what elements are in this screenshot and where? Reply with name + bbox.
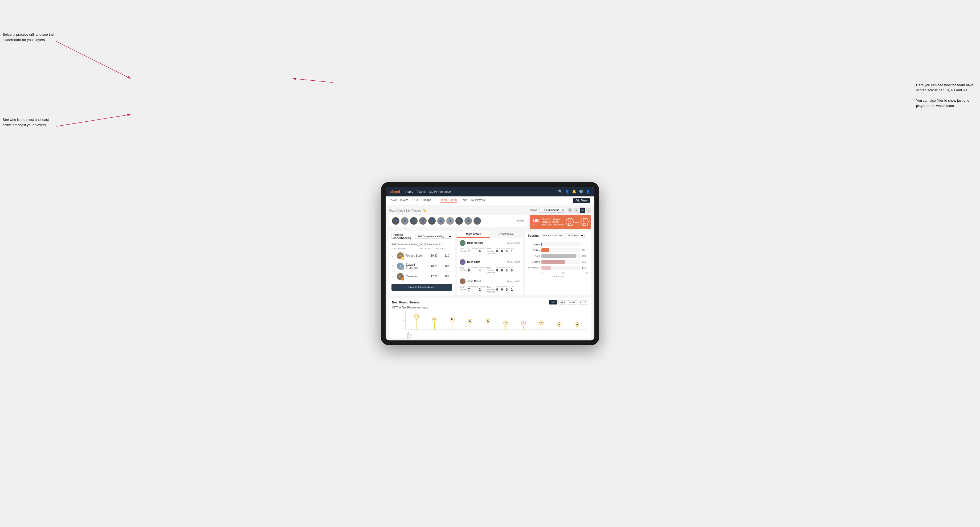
bar-row-dbogeys: D. Bogeys + 131: [528, 266, 589, 270]
sort-icon[interactable]: ↕: [586, 208, 591, 213]
settings-icon[interactable]: ⚙️: [579, 189, 583, 194]
navbar: clippd Home Teams My Performance 🔍 👤 🔔 ⚙…: [386, 187, 594, 197]
ap-stats-1: Total Rounds Tournament 7 Practice 6: [460, 248, 520, 255]
tab-most-active[interactable]: Most Active: [457, 231, 490, 238]
nav-link-teams[interactable]: Teams: [417, 190, 426, 193]
bar-container-pars: [541, 254, 580, 258]
bell-icon[interactable]: 🔔: [572, 189, 576, 194]
avatar-2[interactable]: 👤: [401, 217, 409, 225]
lb-rank-2: 2: [391, 265, 395, 268]
grid-view-icon[interactable]: ⊞: [568, 208, 573, 213]
scoring-filter-players[interactable]: All Players: [565, 233, 584, 238]
silver-badge: 2: [401, 267, 404, 270]
shot-panel: 198 SC Shot Dist: 16 yds Start Lie: Roug…: [530, 215, 591, 229]
subnav-hcaps[interactable]: Hcaps 1-5: [423, 198, 436, 203]
lb-score-3: 17/20: [429, 275, 439, 278]
subnav-pga[interactable]: PGA: [412, 198, 418, 203]
subnav-tour[interactable]: Tour: [461, 198, 466, 203]
avatar-10[interactable]: 👤: [474, 217, 481, 225]
lb-avg-3: 103: [442, 275, 452, 278]
ap-header-2: Rees Britt 02 Sep 2023: [460, 259, 520, 265]
nav-link-my-performance[interactable]: My Performance: [429, 190, 451, 193]
streak-col-9: 3x: [557, 322, 562, 330]
avatar-4[interactable]: 👤: [419, 217, 426, 225]
avatar-9[interactable]: 👤: [465, 217, 472, 225]
annotation-bottom-left: See who is the most and least active amo…: [3, 117, 56, 127]
ap-tournament-group-2: Tournament 8: [468, 267, 478, 274]
ap-avatar-3: [460, 278, 466, 284]
bar-value-eagles: 3: [582, 243, 589, 246]
streak-btn-app[interactable]: APP: [558, 300, 567, 305]
ap-tournament-group-3: Tournament 7: [468, 286, 478, 293]
ap-header-1: Blair McHarg 26 Aug 2023: [460, 240, 520, 246]
ap-name-3: Josh Coles: [467, 280, 481, 283]
ap-tournament-group-1: Tournament 7: [468, 248, 478, 255]
tab-least-active[interactable]: Least Active: [490, 231, 523, 238]
col-pb-avg: PB AVG SQ: [436, 248, 452, 250]
leaderboard-dropdown[interactable]: PUTT Must Make Putting...: [415, 234, 452, 239]
bar-label-eagles: Eagles: [528, 243, 540, 246]
lb-score-2: 18/20: [429, 265, 439, 268]
user-icon[interactable]: 👤: [586, 189, 590, 194]
gold-badge: 1: [401, 257, 404, 260]
players-label: Players: [515, 220, 524, 222]
ap-activities-3: OTT 0 APP 0 ARG 0: [496, 286, 515, 293]
search-icon[interactable]: 🔍: [558, 189, 562, 194]
streaks-title: Best Round Streaks: [392, 301, 420, 304]
main-content: Team Clippd | 14 Players ✏️ Show: Last 3…: [386, 205, 594, 340]
ap-practice-group-3: Practice 2: [479, 286, 486, 293]
streak-badge-6: 4x: [503, 321, 508, 325]
streaks-header: Best Round Streaks OTT APP ARG PUTT: [392, 300, 588, 305]
lb-rank-3: 3: [391, 275, 395, 278]
ap-app-group-3: APP 0: [501, 286, 504, 293]
nav-icons: 🔍 👤 🔔 ⚙️ 👤: [558, 189, 590, 194]
activity-tabs: Most Active Least Active: [457, 231, 523, 238]
ap-avatar-2: [460, 259, 466, 265]
add-team-button[interactable]: Add Team: [573, 198, 590, 203]
scoring-header: Scoring Par 3, 4 & 5s All Players: [525, 231, 591, 240]
lb-score-1: 19/20: [429, 254, 439, 257]
x-label-400: 400: [585, 272, 589, 274]
bar-row-pars: Pars 499: [528, 254, 589, 258]
subnav-pgat-players[interactable]: PGAT Players: [390, 198, 408, 203]
lb-row-3: 3 C 3 Cameron... 17/20 103: [389, 271, 455, 282]
subnav-all-players[interactable]: All Players: [471, 198, 485, 203]
streak-badge-5: 5x: [485, 319, 490, 324]
streak-badge-9: 3x: [557, 322, 562, 327]
nav-link-home[interactable]: Home: [405, 190, 413, 193]
streak-badge-1: 7x: [414, 314, 419, 319]
x-axis: 0 200 400: [528, 272, 589, 274]
avatar-7[interactable]: 👤: [446, 217, 454, 225]
avatar-6[interactable]: 👤: [437, 217, 445, 225]
streak-line-5: [488, 324, 488, 330]
view-full-leaderboard-button[interactable]: View Full Leaderboard: [391, 284, 452, 290]
people-icon[interactable]: 👤: [565, 189, 570, 194]
ap-putt-group-1: PUTT 1: [511, 248, 516, 255]
bar-row-bogeys: Bogeys 311: [528, 260, 589, 264]
leaderboard-title: Practice Leaderboards: [391, 233, 415, 240]
card-view-icon[interactable]: ▤: [580, 208, 585, 213]
streak-btn-arg[interactable]: ARG: [568, 300, 577, 305]
streak-bars-area: 7x 6x 6x 5x: [405, 311, 588, 330]
annotation-top-left: Select a practice drill and see the lead…: [3, 32, 56, 42]
bar-fill-dbogeys: [541, 266, 551, 270]
subnav-team-clippd[interactable]: Team Clippd: [441, 198, 457, 203]
shot-details: Shot Dist: 16 yds Start Lie: Rough End L…: [542, 218, 563, 226]
shot-end-lie: End Lie: In The Hole: [542, 223, 563, 226]
avatar-8[interactable]: 👤: [455, 217, 463, 225]
edit-icon[interactable]: ✏️: [423, 209, 427, 212]
show-select[interactable]: Last 3 months Last 6 months Last year: [539, 208, 565, 213]
avatar-5[interactable]: 👤: [428, 217, 436, 225]
scoring-filter-par[interactable]: Par 3, 4 & 5s: [541, 233, 563, 238]
x-axis-title: Total Shots: [528, 275, 589, 278]
ap-total-rounds-group-2: Total Rounds: [460, 267, 467, 274]
streak-btn-putt[interactable]: PUTT: [578, 300, 588, 305]
streak-col-8: 4x: [539, 321, 544, 330]
avatar-1[interactable]: 👤: [392, 217, 399, 225]
list-view-icon[interactable]: ≡: [574, 208, 579, 213]
streak-badge-2: 6x: [432, 317, 437, 322]
streak-btn-ott[interactable]: OTT: [549, 300, 557, 305]
ap-total-practice-group-2: Total Practice Activities: [487, 267, 495, 274]
avatar-3[interactable]: 👤: [410, 217, 418, 225]
lb-name-2: Edward Crossman: [406, 263, 426, 269]
